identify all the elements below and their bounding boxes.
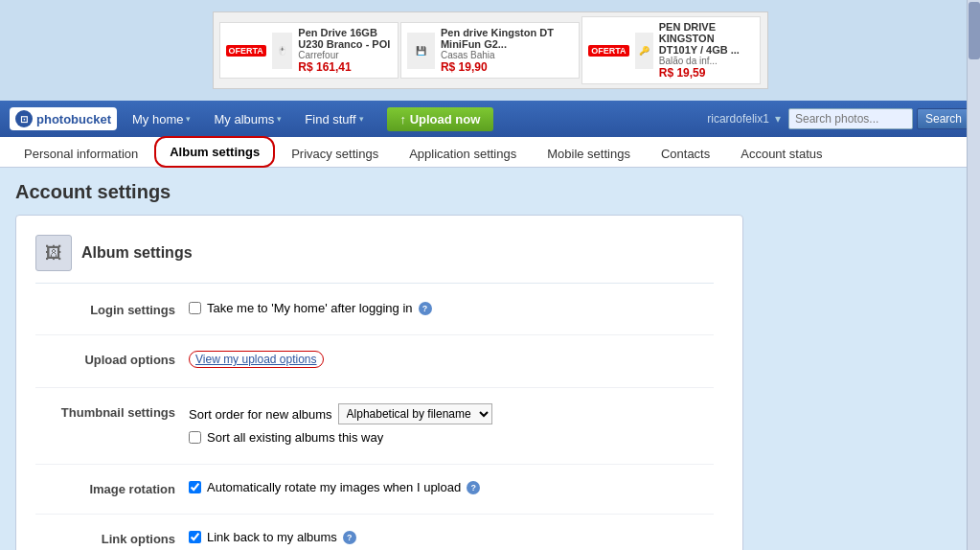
ad-store-3: Balão da inf... [659,56,755,66]
search-box: Search [788,108,970,129]
login-checkbox[interactable] [189,302,201,314]
sort-order-label: Sort order for new albums [189,407,332,422]
sort-order-select[interactable]: Alphabetical by filename Date added Manu… [338,403,492,424]
search-btn[interactable]: Search [917,108,970,129]
ad-price-1: R$ 161,41 [298,60,392,74]
ad-img-1: 🖱️ [272,33,292,69]
view-upload-options-link[interactable]: View my upload options [189,351,324,368]
login-settings-row: Login settings Take me to 'My home' afte… [35,301,714,335]
thumbnail-settings-label: Thumbnail settings [35,403,189,420]
logo-icon: ⊡ [15,110,33,127]
ad-title-1: Pen Drive 16GB U230 Branco - POI [298,27,392,50]
ad-item-2[interactable]: 💾 Pen drive Kingston DT MiniFun G2... Ca… [400,22,580,79]
image-rotation-checkbox[interactable] [189,481,201,493]
top-nav: ⊡ photobucket My home ▾ My albums ▾ Find… [0,101,980,137]
thumbnail-settings-row: Thumbnail settings Sort order for new al… [35,403,714,465]
ad-tag-1: OFERTA [226,45,266,57]
logo-text: photobucket [36,112,111,126]
ad-store-2: Casas Bahia [441,50,573,60]
my-home-arrow: ▾ [186,114,191,124]
ad-item-3[interactable]: OFERTA 🔑 PEN DRIVE KINGSTON DT101Y / 4GB… [581,16,761,84]
link-back-checkbox[interactable] [189,531,201,543]
logo[interactable]: ⊡ photobucket [10,107,117,130]
upload-options-row: Upload options View my upload options [35,351,714,388]
tab-application[interactable]: Application settings [395,139,531,168]
settings-card: 🖼 Album settings Login settings Take me … [15,215,743,550]
ad-tag-3: OFERTA [588,45,628,57]
image-rotation-content: Automatically rotate my images when I up… [189,480,714,500]
ad-img-2: 💾 [407,33,435,69]
tab-album[interactable]: Album settings [154,136,275,168]
ad-banner: OFERTA 🖱️ Pen Drive 16GB U230 Branco - P… [213,11,768,89]
login-settings-content: Take me to 'My home' after logging in ? [189,301,714,321]
sort-existing-checkbox[interactable] [189,431,201,444]
login-help-icon[interactable]: ? [419,302,432,315]
second-nav: Personal information Album settings Priv… [0,137,980,168]
find-stuff-btn[interactable]: Find stuff ▾ [297,108,371,130]
sort-existing-label: Sort all existing albums this way [207,430,383,445]
scrollbar-thumb[interactable] [969,2,980,59]
search-input[interactable] [788,108,913,129]
link-back-label: Link back to my albums [207,530,337,544]
link-options-content: Link back to my albums ? Show links in m… [189,530,714,550]
ad-price-2: R$ 19,90 [441,60,573,74]
login-settings-label: Login settings [35,301,189,317]
tab-mobile[interactable]: Mobile settings [533,139,645,168]
ad-title-2: Pen drive Kingston DT MiniFun G2... [441,27,573,50]
section-title: Album settings [81,244,193,262]
page-title: Account settings [15,181,965,203]
page-content: Account settings 🖼 Album settings Login … [0,168,980,550]
my-albums-arrow: ▾ [277,114,282,124]
image-rotation-label: Image rotation [35,480,189,496]
user-section: ricardofelix1 ▾ [707,112,781,126]
scrollbar[interactable] [967,0,980,550]
tab-contacts[interactable]: Contacts [647,139,724,168]
upload-options-content: View my upload options [189,351,714,374]
ad-item-1[interactable]: OFERTA 🖱️ Pen Drive 16GB U230 Branco - P… [219,22,399,79]
logo-symbol: ⊡ [20,114,28,125]
image-rotation-row: Image rotation Automatically rotate my i… [35,480,714,515]
upload-options-label: Upload options [35,351,189,367]
tab-personal[interactable]: Personal information [10,139,152,168]
login-checkbox-label: Take me to 'My home' after logging in [207,301,413,315]
album-settings-icon: 🖼 [35,235,72,271]
ad-price-3: R$ 19,59 [659,66,755,80]
ad-img-3: 🔑 [635,33,653,69]
link-options-row: Link options Link back to my albums ? Sh… [35,530,714,550]
image-rotation-help-icon[interactable]: ? [467,481,480,494]
username[interactable]: ricardofelix1 [707,112,769,126]
link-back-help-icon[interactable]: ? [343,531,356,544]
tab-account-status[interactable]: Account status [726,139,836,168]
section-header: 🖼 Album settings [35,235,714,284]
tab-privacy[interactable]: Privacy settings [277,139,393,168]
my-home-btn[interactable]: My home ▾ [125,108,198,130]
link-options-label: Link options [35,530,189,546]
upload-btn[interactable]: ↑ Upload now [387,107,494,131]
image-rotation-text: Automatically rotate my images when I up… [207,480,461,494]
ad-store-1: Carrefour [298,50,392,60]
thumbnail-settings-content: Sort order for new albums Alphabetical b… [189,403,714,450]
user-arrow: ▾ [775,112,781,126]
my-albums-btn[interactable]: My albums ▾ [206,108,289,130]
ad-title-3: PEN DRIVE KINGSTON DT101Y / 4GB ... [659,21,755,56]
find-stuff-arrow: ▾ [359,114,364,124]
